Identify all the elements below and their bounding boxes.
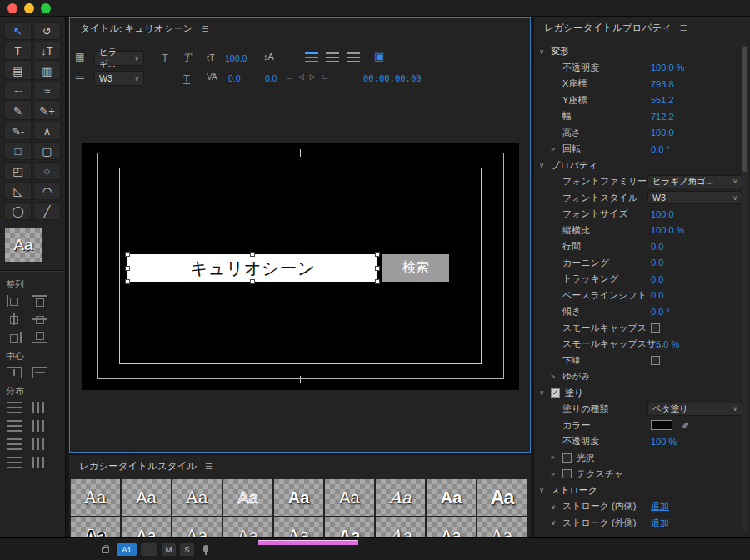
convert-anchor-point-tool[interactable]: ∧ [33,122,61,140]
align-horizontal-center-icon[interactable] [7,313,22,325]
style-swatch[interactable]: Aa [274,518,323,538]
property-value[interactable]: 100.0 % [651,225,684,235]
style-swatch[interactable]: Aa [478,518,527,538]
panel-menu-icon[interactable]: ☰ [205,462,212,471]
row-small-caps-checkbox[interactable] [651,323,660,332]
solo-button[interactable]: S [180,543,194,556]
panel-menu-icon[interactable]: ☰ [680,23,688,32]
style-swatch[interactable]: Aa [172,479,222,516]
row-underline-checkbox[interactable] [651,356,660,365]
zoom-window-button[interactable] [41,3,51,13]
vertical-area-type-tool[interactable]: ▥ [33,62,61,80]
center-vertical-icon[interactable] [32,367,48,378]
property-value[interactable]: 712.2 [651,112,674,122]
property-value[interactable]: 0.0 ° [651,307,670,317]
row-font-style-dropdown[interactable]: W3∨ [648,191,742,204]
selection-handle[interactable] [125,266,130,271]
rounded-rectangle-tool[interactable]: ▢ [33,142,61,160]
tab-stop-right-icon[interactable]: ∟ [322,72,329,81]
line-tool[interactable]: ╱ [33,202,61,220]
text-align-center-button[interactable] [326,52,339,62]
property-value[interactable]: 100.0 [651,128,674,138]
style-swatch[interactable]: Aa [122,479,171,516]
align-vertical-bottom-icon[interactable] [32,332,48,343]
selection-handle[interactable] [375,279,380,284]
row-texture-checkbox[interactable] [562,469,572,478]
distribute-right-icon[interactable] [32,438,48,450]
text-align-left-button[interactable] [305,52,318,62]
wedge-tool[interactable]: ◺ [4,182,32,200]
underline-button[interactable]: T [178,71,195,86]
timecode-display[interactable]: 00;00;00;00 [363,73,422,83]
property-value[interactable]: 0.0 [651,258,663,268]
style-swatch[interactable]: Aa [325,479,374,516]
show-background-video-icon[interactable]: ▣ [374,50,384,62]
type-tool[interactable]: T [4,42,32,60]
align-vertical-top-icon[interactable] [32,295,48,307]
timeline-clip[interactable] [258,540,358,545]
style-swatch[interactable]: Aa [325,518,374,538]
chevron-right-icon[interactable]: > [551,145,562,153]
selection-handle[interactable] [250,252,255,257]
property-value[interactable]: 793.8 [651,79,674,89]
style-swatch[interactable]: Aa [172,518,222,538]
scrollbar-thumb[interactable] [742,47,748,172]
chevron-down-icon[interactable]: ∨ [539,161,551,169]
leading-value[interactable]: 0.0 [265,73,278,83]
rectangle-tool[interactable]: □ [4,142,32,160]
current-style-preview[interactable]: Aa [5,228,42,262]
property-value[interactable]: 100 % [651,437,677,447]
rotation-tool[interactable]: ↺ [33,22,61,40]
area-type-tool[interactable]: ▤ [4,62,32,80]
italic-button[interactable]: T [178,50,195,65]
minimize-window-button[interactable] [24,3,34,13]
chevron-right-icon[interactable]: > [551,453,562,462]
distribute-top-icon[interactable] [7,402,22,413]
align-vertical-center-icon[interactable] [32,313,48,325]
panel-menu-icon[interactable]: ☰ [202,24,209,33]
row-font-family-dropdown[interactable]: ヒラギノ角ゴ...∨ [648,175,742,188]
selection-handle[interactable] [375,266,380,271]
vertical-path-type-tool[interactable]: ≈ [33,82,61,100]
property-value[interactable]: 100.0 [651,209,674,219]
property-value[interactable]: 100.0 % [651,62,684,72]
fill-color-swatch[interactable] [651,420,672,430]
distribute-horizontal-center-icon[interactable] [32,420,48,432]
selection-handle[interactable] [125,279,130,284]
style-swatch[interactable]: Aa [71,518,120,538]
style-swatch[interactable]: Aa [223,518,272,538]
vertical-type-tool[interactable]: ↓T [33,42,61,60]
chevron-down-icon[interactable]: ∨ [539,48,551,56]
align-horizontal-right-icon[interactable] [7,332,22,343]
row-fill-type-dropdown[interactable]: ベタ塗り∨ [648,402,742,416]
distribute-bottom-icon[interactable] [7,438,22,450]
distribute-horizontal-space-icon[interactable] [32,457,48,468]
property-value[interactable]: 0.0 [651,242,663,252]
selection-tool[interactable]: ↖ [4,22,32,40]
property-value[interactable]: 0.0 ° [651,144,670,154]
font-size-value[interactable]: 100.0 [225,53,247,63]
tab-stop-left-icon[interactable]: ∟ [285,72,292,81]
style-swatch[interactable]: Aa [478,479,527,516]
browse-styles-icon[interactable]: ▦ [75,51,84,62]
kerning-value[interactable]: 0.0 [228,73,241,83]
selection-handle[interactable] [250,279,255,284]
property-value[interactable]: 0.0 [651,290,663,300]
chevron-right-icon[interactable]: > [551,470,562,478]
chevron-right-icon[interactable]: > [551,372,562,381]
chevron-down-icon[interactable]: ∨ [539,486,551,494]
style-swatch[interactable]: Aa [376,518,425,538]
ellipse-tool[interactable]: ○ [33,162,61,180]
search-bar-graphic[interactable]: キュリオシーン [128,254,378,282]
track-target-button[interactable] [141,543,158,556]
chevron-down-icon[interactable]: ∨ [539,388,551,397]
close-window-button[interactable] [8,3,18,13]
style-swatch[interactable]: Aa [122,518,171,538]
audio-track-a1-button[interactable]: A1 [117,543,137,556]
title-canvas[interactable]: キュリオシーン 検索 [82,142,519,390]
align-horizontal-left-icon[interactable] [7,295,22,307]
path-type-tool[interactable]: ∼ [4,82,32,100]
pen-tool[interactable]: ✎ [4,102,32,120]
section-fill-checkbox[interactable]: ✓ [551,388,560,398]
nudge-left-icon[interactable]: ◁ [298,72,304,81]
